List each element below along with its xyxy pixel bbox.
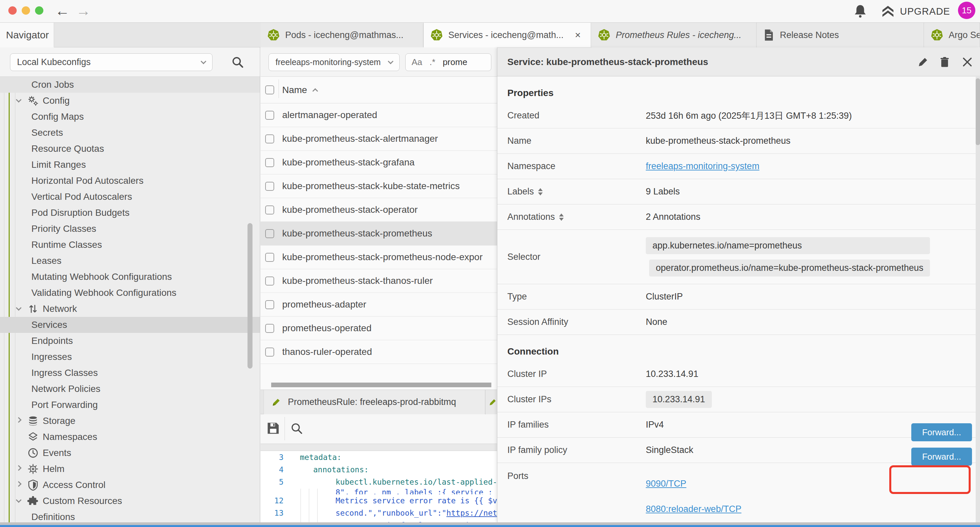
row-checkbox[interactable]	[265, 253, 274, 262]
sidebar-item-ingresses[interactable]: Ingresses	[0, 349, 260, 365]
tab-argo-se[interactable]: Argo Se	[924, 23, 980, 47]
notification-bell-icon[interactable]	[853, 4, 868, 19]
row-checkbox[interactable]	[265, 277, 274, 285]
sidebar-item-events[interactable]: Events	[0, 445, 260, 461]
chevron-right-icon[interactable]	[16, 481, 22, 487]
row-checkbox[interactable]	[265, 324, 274, 333]
sidebar-item-limit-ranges[interactable]: Limit Ranges	[0, 157, 260, 173]
name-column-header[interactable]: Name	[282, 85, 317, 96]
navigator-tab[interactable]: Navigator	[0, 23, 54, 47]
port-link[interactable]: 8080:reloader-web/TCP	[646, 504, 741, 514]
row-checkbox[interactable]	[265, 182, 274, 191]
chevron-down-icon[interactable]	[16, 305, 22, 311]
sidebar-item-config[interactable]: Config	[0, 93, 260, 109]
sidebar-item-config-maps[interactable]: Config Maps	[0, 109, 260, 125]
sidebar-item-validating-webhook-configurations[interactable]: Validating Webhook Configurations	[0, 285, 260, 301]
row-checkbox[interactable]	[265, 111, 274, 120]
table-horizontal-scrollbar[interactable]	[267, 382, 497, 387]
editor-search-icon[interactable]	[290, 422, 303, 435]
port-forward-button-9090[interactable]: Forward...	[911, 423, 972, 441]
minimize-window-light[interactable]	[22, 6, 30, 15]
sidebar-item-resource-quotas[interactable]: Resource Quotas	[0, 141, 260, 157]
namespace-link[interactable]: freeleaps-monitoring-system	[646, 161, 759, 172]
row-checkbox[interactable]	[265, 134, 274, 143]
row-checkbox[interactable]	[265, 229, 274, 238]
sidebar-search-icon[interactable]	[231, 56, 244, 69]
namespace-selector[interactable]: freeleaps-monitoring-system	[269, 53, 399, 71]
maximize-window-light[interactable]	[35, 6, 43, 15]
sidebar-item-custom-resources[interactable]: Custom Resources	[0, 493, 260, 509]
sidebar-item-ingress-classes[interactable]: Ingress Classes	[0, 365, 260, 381]
sidebar-item-priority-classes[interactable]: Priority Classes	[0, 221, 260, 237]
back-arrow-icon[interactable]: ←	[55, 3, 70, 19]
forward-arrow-icon[interactable]: →	[76, 3, 91, 19]
tab-pods-icecheng-mathmas[interactable]: Pods - icecheng@mathmas...	[261, 23, 424, 47]
sidebar-item-namespaces[interactable]: Namespaces	[0, 429, 260, 445]
regex-toggle[interactable]: .*	[430, 57, 435, 67]
tab-release-notes[interactable]: Release Notes	[757, 23, 924, 47]
sidebar-item-network[interactable]: Network	[0, 301, 260, 317]
tab-services-icecheng-math[interactable]: Services - icecheng@math...×	[424, 23, 591, 47]
table-row[interactable]: kube-prometheus-stack-operator	[261, 198, 497, 222]
sidebar-item-definitions[interactable]: Definitions	[0, 509, 260, 522]
chevron-right-icon[interactable]	[16, 417, 22, 423]
chevron-right-icon[interactable]	[16, 465, 22, 471]
row-checkbox[interactable]	[265, 205, 274, 215]
editor-horizontal-scrollbar[interactable]	[261, 444, 497, 451]
table-row[interactable]: kube-prometheus-stack-alertmanager	[261, 127, 497, 151]
table-row[interactable]: kube-prometheus-stack-thanos-ruler	[261, 269, 497, 293]
table-search-input[interactable]: Aa .* prome	[405, 53, 492, 71]
sidebar-item-mutating-webhook-configurations[interactable]: Mutating Webhook Configurations	[0, 269, 260, 285]
sidebar-scrollbar[interactable]	[248, 223, 253, 369]
sidebar-item-runtime-classes[interactable]: Runtime Classes	[0, 237, 260, 253]
match-case-toggle[interactable]: Aa	[412, 57, 422, 67]
sidebar-item-cron-jobs[interactable]: Cron Jobs	[0, 77, 260, 93]
kubeconfig-selector[interactable]: Local Kubeconfigs	[10, 53, 213, 71]
table-row[interactable]: kube-prometheus-stack-kube-state-metrics	[261, 174, 497, 198]
table-row[interactable]: prometheus-adapter	[261, 293, 497, 317]
port-forward-button-8080[interactable]: Forward...	[911, 447, 972, 466]
chevron-down-icon[interactable]	[16, 97, 22, 103]
select-all-checkbox[interactable]	[265, 85, 274, 94]
code-url-link[interactable]: https://net	[446, 509, 497, 517]
sidebar-item-horizontal-pod-autoscalers[interactable]: Horizontal Pod Autoscalers	[0, 173, 260, 189]
close-window-light[interactable]	[8, 6, 17, 15]
chevron-down-icon[interactable]	[16, 497, 22, 503]
notification-count-badge[interactable]: 15	[958, 2, 975, 19]
sidebar-item-port-forwarding[interactable]: Port Forwarding	[0, 397, 260, 413]
save-icon[interactable]	[266, 421, 280, 436]
table-row[interactable]: alertmanager-operated	[261, 103, 497, 127]
sidebar-item-helm[interactable]: Helm	[0, 461, 260, 477]
table-row[interactable]: prometheus-operated	[261, 317, 497, 340]
table-row[interactable]: kube-prometheus-stack-prometheus-node-ex…	[261, 245, 497, 269]
row-checkbox[interactable]	[265, 158, 274, 167]
edit-service-button[interactable]	[916, 55, 930, 69]
detail-scrollbar-thumb[interactable]	[976, 78, 980, 145]
port-link[interactable]: 9090/TCP	[646, 479, 686, 489]
close-tab-icon[interactable]: ×	[575, 29, 581, 41]
editor-tab-partial[interactable]	[486, 390, 497, 414]
upgrade-button[interactable]: UPGRADE	[881, 4, 950, 18]
scrollbar-thumb[interactable]	[271, 382, 492, 387]
sidebar-item-leases[interactable]: Leases	[0, 253, 260, 269]
table-row[interactable]: kube-prometheus-stack-prometheus	[261, 222, 497, 245]
table-row[interactable]: kube-prometheus-stack-grafana	[261, 151, 497, 174]
tab-prometheus-rules-icecheng[interactable]: Prometheus Rules - icecheng...	[591, 23, 757, 47]
sidebar-item-services[interactable]: Services	[0, 317, 260, 333]
sidebar-item-vertical-pod-autoscalers[interactable]: Vertical Pod Autoscalers	[0, 189, 260, 205]
sidebar-item-pod-disruption-budgets[interactable]: Pod Disruption Budgets	[0, 205, 260, 221]
sort-toggle-icon[interactable]	[559, 213, 564, 221]
row-checkbox[interactable]	[265, 347, 274, 357]
yaml-editor[interactable]: 3metadata:4annotations:5kubectl.kubernet…	[261, 451, 497, 522]
editor-tab[interactable]: PrometheusRule: freeleaps-prod-rabbitmq	[264, 390, 485, 414]
close-panel-button[interactable]	[960, 55, 974, 69]
sidebar-item-endpoints[interactable]: Endpoints	[0, 333, 260, 349]
delete-service-button[interactable]	[938, 55, 951, 69]
row-checkbox[interactable]	[265, 300, 274, 309]
table-row[interactable]: thanos-ruler-operated	[261, 340, 497, 364]
sort-toggle-icon[interactable]	[538, 188, 543, 196]
sidebar-item-network-policies[interactable]: Network Policies	[0, 381, 260, 397]
sidebar-item-storage[interactable]: Storage	[0, 413, 260, 429]
sidebar-item-access-control[interactable]: Access Control	[0, 477, 260, 493]
sidebar-item-secrets[interactable]: Secrets	[0, 125, 260, 141]
